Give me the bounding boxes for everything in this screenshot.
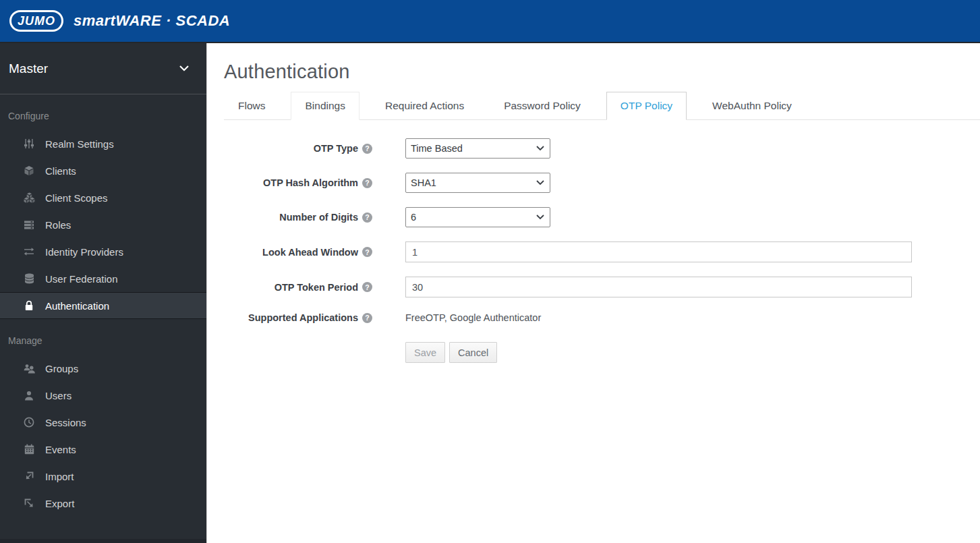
sidebar-item-label: Client Scopes (45, 192, 108, 204)
form-row-token-period: OTP Token Period ? (224, 277, 980, 297)
sidebar-item-clients[interactable]: Clients (0, 157, 206, 184)
lock-icon (22, 300, 36, 311)
export-icon (22, 498, 36, 509)
help-icon[interactable]: ? (362, 212, 372, 223)
look-ahead-input[interactable] (405, 241, 912, 262)
sidebar-section-manage: Manage (0, 319, 206, 355)
otp-type-label: OTP Type ? (224, 143, 372, 154)
tab-bar: Flows Bindings Required Actions Password… (224, 92, 980, 120)
sidebar-item-label: Sessions (45, 417, 86, 428)
import-icon (22, 471, 36, 482)
tab-flows[interactable]: Flows (224, 92, 279, 120)
help-icon[interactable]: ? (362, 247, 372, 257)
hash-algorithm-label: OTP Hash Algorithm ? (224, 177, 372, 188)
tab-otp-policy[interactable]: OTP Policy (606, 92, 687, 120)
calendar-icon (22, 444, 36, 455)
digits-select[interactable]: 6 (405, 207, 550, 227)
chevron-down-icon (179, 65, 189, 72)
help-icon[interactable]: ? (362, 282, 372, 292)
sidebar-item-label: Identity Providers (45, 246, 123, 258)
sidebar-item-groups[interactable]: Groups (0, 355, 206, 382)
save-button[interactable]: Save (405, 342, 445, 363)
sidebar-item-import[interactable]: Import (0, 463, 206, 490)
help-icon[interactable]: ? (362, 313, 372, 323)
hash-algorithm-select[interactable]: SHA1 (405, 173, 550, 193)
token-period-input[interactable] (405, 277, 912, 297)
tab-bindings[interactable]: Bindings (291, 92, 359, 120)
otp-policy-form: OTP Type ? Time Based OTP Hash Algorithm… (224, 138, 980, 363)
tab-required-actions[interactable]: Required Actions (371, 92, 478, 120)
cancel-button[interactable]: Cancel (449, 342, 497, 363)
page-title: Authentication (224, 61, 980, 83)
form-buttons: Save Cancel (405, 342, 980, 363)
exchange-icon (22, 247, 36, 256)
tab-password-policy[interactable]: Password Policy (490, 92, 595, 120)
sidebar-item-label: Roles (45, 219, 71, 231)
database-icon (22, 273, 36, 284)
realm-selector[interactable]: Master (0, 43, 206, 94)
otp-type-select[interactable]: Time Based (405, 138, 550, 159)
sidebar-item-authentication[interactable]: Authentication (0, 292, 206, 319)
sidebar: Master Configure Realm Settings (0, 43, 206, 543)
supported-apps-value: FreeOTP, Google Authenticator (405, 312, 541, 323)
sidebar-section-configure: Configure (0, 94, 206, 130)
sidebar-item-identity-providers[interactable]: Identity Providers (0, 238, 206, 265)
user-icon (22, 391, 36, 401)
sidebar-item-label: Import (45, 471, 74, 482)
form-row-look-ahead: Look Ahead Window ? (224, 241, 980, 262)
sidebar-item-realm-settings[interactable]: Realm Settings (0, 130, 206, 157)
list-icon (22, 219, 36, 230)
sidebar-item-label: Users (45, 390, 71, 401)
sidebar-item-label: Export (45, 498, 74, 509)
token-period-label: OTP Token Period ? (224, 282, 372, 293)
sliders-icon (22, 138, 36, 149)
help-icon[interactable]: ? (362, 178, 372, 188)
sidebar-item-label: Realm Settings (45, 138, 114, 150)
sidebar-item-user-federation[interactable]: User Federation (0, 265, 206, 292)
realm-name: Master (9, 61, 48, 76)
jumo-logo-text: JUMO (18, 14, 55, 28)
product-name: smartWARE · SCADA (74, 12, 230, 30)
sidebar-item-label: Groups (45, 363, 78, 374)
sidebar-item-label: User Federation (45, 273, 118, 285)
sidebar-item-client-scopes[interactable]: Client Scopes (0, 184, 206, 211)
jumo-logo[interactable]: JUMO (9, 10, 63, 32)
form-row-otp-type: OTP Type ? Time Based (224, 138, 980, 159)
form-row-supported-apps: Supported Applications ? FreeOTP, Google… (224, 312, 980, 324)
supported-apps-label: Supported Applications ? (224, 312, 372, 323)
sidebar-item-users[interactable]: Users (0, 382, 206, 409)
look-ahead-label: Look Ahead Window ? (224, 247, 372, 258)
cube-icon (22, 165, 36, 176)
sidebar-item-label: Authentication (45, 300, 109, 312)
users-icon (22, 364, 36, 374)
form-row-hash-algorithm: OTP Hash Algorithm ? SHA1 (224, 173, 980, 193)
digits-label: Number of Digits ? (224, 212, 372, 223)
help-icon[interactable]: ? (362, 144, 372, 154)
tab-webauthn-policy[interactable]: WebAuthn Policy (698, 92, 806, 120)
sidebar-footer (0, 539, 206, 543)
top-bar: JUMO smartWARE · SCADA (0, 0, 980, 43)
clock-icon (22, 417, 36, 428)
sidebar-item-export[interactable]: Export (0, 490, 206, 517)
sidebar-item-label: Events (45, 444, 76, 455)
sidebar-item-roles[interactable]: Roles (0, 211, 206, 238)
sidebar-item-sessions[interactable]: Sessions (0, 409, 206, 436)
form-row-digits: Number of Digits ? 6 (224, 207, 980, 227)
sidebar-item-events[interactable]: Events (0, 436, 206, 463)
sidebar-item-label: Clients (45, 165, 76, 177)
main-content: Authentication Flows Bindings Required A… (206, 43, 980, 543)
cubes-icon (22, 192, 36, 203)
